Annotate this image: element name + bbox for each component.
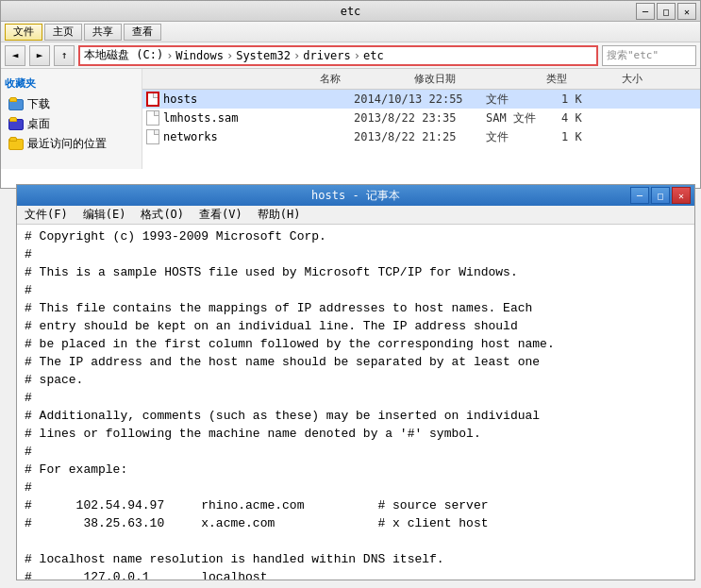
explorer-maximize-btn[interactable]: □ (657, 3, 676, 20)
menu-file[interactable]: 文件 (5, 24, 42, 41)
notepad-line: # entry should be kept on an individual … (25, 318, 687, 336)
file-list-header: 名称 修改日期 类型 大小 (142, 69, 700, 90)
menu-home[interactable]: 主页 (44, 24, 82, 41)
notepad-line: # For example: (25, 462, 687, 479)
notepad-menu-edit[interactable]: 编辑(E) (75, 206, 134, 224)
file-type-lmhosts: SAM 文件 (486, 110, 561, 126)
file-icon-lmhosts (146, 110, 159, 126)
col-header-size[interactable]: 大小 (614, 72, 671, 86)
nav-forward-btn[interactable]: ► (29, 45, 50, 66)
notepad-menu-file[interactable]: 文件(F) (17, 206, 75, 224)
notepad-line: # (25, 246, 687, 264)
file-size-networks: 1 K (561, 130, 618, 143)
notepad-line: # The IP address and the host name shoul… (25, 354, 687, 372)
sidebar-section-title: 收藏夹 (5, 76, 138, 91)
notepad-line: # (25, 390, 687, 408)
file-name-cell-networks: networks (146, 129, 354, 144)
file-row-lmhosts[interactable]: lmhosts.sam 2013/8/22 23:35 SAM 文件 4 K (142, 109, 700, 127)
file-name-cell-hosts: hosts (146, 92, 354, 107)
sidebar-label-recent: 最近访问的位置 (27, 136, 107, 152)
search-box[interactable]: 搜索"etc" (602, 45, 696, 66)
sidebar-label-downloads: 下载 (27, 96, 50, 112)
notepad-line: # lines or following the machine name de… (25, 426, 687, 444)
file-name-hosts: hosts (163, 92, 197, 106)
notepad-line: # Additionally, comments (such as these)… (25, 408, 687, 426)
col-header-name[interactable]: 名称 (312, 72, 407, 86)
sidebar-panel: 收藏夹 下载 桌面 最近访问的位置 (1, 69, 142, 169)
sidebar-item-downloads[interactable]: 下载 (5, 94, 138, 114)
file-date-lmhosts: 2013/8/22 23:35 (354, 111, 486, 125)
file-type-networks: 文件 (486, 129, 561, 145)
notepad-maximize-btn[interactable]: □ (651, 187, 670, 204)
address-bar: ◄ ► ↑ 本地磁盘 (C:) › Windows › System32 › d… (1, 42, 700, 69)
folder-icon-desktop (8, 119, 24, 130)
notepad-line: # 127.0.0.1 localhost (25, 569, 687, 580)
nav-back-btn[interactable]: ◄ (5, 45, 25, 66)
menu-share[interactable]: 共享 (84, 24, 122, 41)
path-windows: Windows (175, 49, 224, 62)
notepad-window: hosts - 记事本 ─ □ ✕ 文件(F) 编辑(E) 格式(O) 查看(V… (16, 184, 695, 580)
notepad-menu: 文件(F) 编辑(E) 格式(O) 查看(V) 帮助(H) (17, 206, 694, 225)
file-type-hosts: 文件 (486, 92, 561, 108)
notepad-line: # 38.25.63.10 x.acme.com # x client host (25, 515, 687, 533)
notepad-minimize-btn[interactable]: ─ (630, 187, 649, 204)
explorer-window: etc ─ □ ✕ 文件 主页 共享 查看 ◄ ► ↑ 本地磁盘 (C:) › … (0, 0, 701, 189)
nav-up-btn[interactable]: ↑ (54, 45, 75, 66)
notepad-menu-view[interactable]: 查看(V) (192, 206, 250, 224)
notepad-line: # localhost name resolution is handled w… (25, 551, 687, 569)
notepad-line: # (25, 479, 687, 497)
path-etc: etc (363, 49, 384, 62)
notepad-win-controls: ─ □ ✕ (630, 187, 691, 204)
file-name-networks: networks (163, 130, 218, 143)
path-drivers: drivers (303, 49, 351, 62)
sidebar-item-recent[interactable]: 最近访问的位置 (5, 134, 138, 154)
file-icon-hosts (146, 92, 159, 107)
file-explorer-content: 收藏夹 下载 桌面 最近访问的位置 名称 修改日期 类型 大小 (1, 69, 700, 169)
file-row-hosts[interactable]: hosts 2014/10/13 22:55 文件 1 K (142, 90, 700, 109)
col-header-type[interactable]: 类型 (539, 72, 614, 86)
explorer-minimize-btn[interactable]: ─ (636, 3, 655, 20)
notepad-line: # 102.54.94.97 rhino.acme.com # source s… (25, 497, 687, 515)
file-date-networks: 2013/8/22 21:25 (354, 130, 486, 143)
explorer-title: etc (341, 5, 361, 18)
file-icon-networks (146, 129, 159, 144)
file-date-hosts: 2014/10/13 22:55 (354, 92, 486, 106)
address-path-box[interactable]: 本地磁盘 (C:) › Windows › System32 › drivers… (78, 45, 598, 66)
notepad-menu-help[interactable]: 帮助(H) (250, 206, 309, 224)
explorer-close-btn[interactable]: ✕ (677, 3, 696, 20)
menu-view[interactable]: 查看 (124, 24, 161, 41)
notepad-content[interactable]: # Copyright (c) 1993-2009 Microsoft Corp… (17, 225, 694, 580)
file-row-networks[interactable]: networks 2013/8/22 21:25 文件 1 K (142, 127, 700, 146)
notepad-menu-format[interactable]: 格式(O) (133, 206, 192, 224)
notepad-line: # space. (25, 372, 687, 390)
explorer-title-bar: etc ─ □ ✕ (1, 1, 700, 22)
notepad-line: # be placed in the first column followed… (25, 336, 687, 354)
notepad-line (25, 533, 687, 551)
explorer-win-controls: ─ □ ✕ (636, 3, 696, 20)
file-size-hosts: 1 K (561, 92, 618, 106)
file-name-cell-lmhosts: lmhosts.sam (146, 110, 354, 126)
folder-icon-recent (8, 139, 24, 150)
path-root: 本地磁盘 (C:) (84, 47, 163, 63)
notepad-line: # (25, 444, 687, 462)
notepad-title: hosts - 记事本 (311, 188, 400, 204)
notepad-title-bar: hosts - 记事本 ─ □ ✕ (17, 185, 694, 206)
file-list-area: 名称 修改日期 类型 大小 hosts 2014/10/13 22:55 文件 … (142, 69, 700, 169)
col-header-date[interactable]: 修改日期 (407, 72, 539, 86)
sidebar-item-desktop[interactable]: 桌面 (5, 114, 138, 134)
folder-icon-downloads (8, 99, 24, 110)
quick-access-bar: 文件 主页 共享 查看 (1, 22, 700, 42)
file-name-lmhosts: lmhosts.sam (163, 111, 238, 125)
sidebar-label-desktop: 桌面 (27, 116, 50, 132)
path-system32: System32 (236, 49, 291, 62)
notepad-close-btn[interactable]: ✕ (672, 187, 691, 204)
file-size-lmhosts: 4 K (561, 111, 618, 125)
notepad-line: # Copyright (c) 1993-2009 Microsoft Corp… (25, 228, 687, 246)
notepad-line: # This is a sample HOSTS file used by Mi… (25, 264, 687, 282)
notepad-line: # This file contains the mappings of IP … (25, 300, 687, 318)
notepad-line: # (25, 282, 687, 300)
